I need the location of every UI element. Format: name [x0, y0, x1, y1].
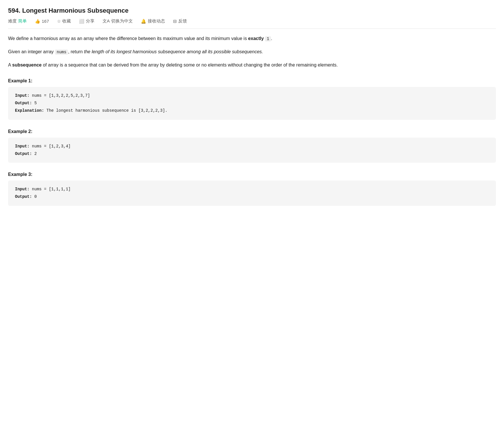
description-para2: Given an integer array nums, return the … [8, 48, 496, 56]
likes-count: 167 [42, 19, 49, 24]
examples-container: Example 1:Input: nums = [1,3,2,2,5,2,3,7… [8, 78, 496, 206]
bell-icon: 🔔 [141, 19, 146, 24]
input-label: Input: [15, 93, 29, 98]
notify-label: 接收动态 [148, 18, 165, 24]
difficulty-item: 难度 简单 [8, 18, 27, 24]
translate-icon: 文A [103, 18, 110, 24]
example-3-title: Example 3: [8, 172, 496, 177]
example-3-code-block: Input: nums = [1,1,1,1]Output: 0 [8, 181, 496, 206]
example-1-code-block: Input: nums = [1,3,2,2,5,2,3,7]Output: 5… [8, 87, 496, 120]
example-1-title: Example 1: [8, 78, 496, 83]
subsequence-bold: subsequence [12, 62, 41, 67]
example-2-code-block: Input: nums = [1,2,3,4]Output: 2 [8, 138, 496, 163]
output-label: Output: [15, 194, 32, 199]
translate-button[interactable]: 文A 切换为中文 [103, 18, 133, 24]
difficulty-label: 难度 [8, 18, 17, 24]
toolbar: 难度 简单 👍 167 ☆ 收藏 ⬜ 分享 文A 切换为中文 🔔 接收动态 ⊟ … [8, 18, 496, 24]
share-label: 分享 [86, 18, 94, 24]
thumbs-up-icon: 👍 [35, 19, 40, 24]
description-italic: the length of its longest harmonious sub… [84, 49, 263, 54]
star-icon: ☆ [57, 19, 61, 24]
collect-label: 收藏 [62, 18, 71, 24]
notify-button[interactable]: 🔔 接收动态 [141, 18, 165, 24]
output-label: Output: [15, 151, 32, 156]
likes-button[interactable]: 👍 167 [35, 19, 49, 24]
toolbar-divider [8, 29, 496, 29]
example-3-input: Input: nums = [1,1,1,1] [15, 186, 489, 193]
difficulty-value: 简单 [18, 18, 27, 24]
feedback-icon: ⊟ [173, 19, 177, 24]
share-icon: ⬜ [79, 19, 84, 24]
problem-description: We define a harmonious array as an array… [8, 35, 496, 69]
share-button[interactable]: ⬜ 分享 [79, 18, 94, 24]
input-label: Input: [15, 144, 29, 149]
feedback-button[interactable]: ⊟ 反馈 [173, 18, 187, 24]
description-para3: A subsequence of array is a sequence tha… [8, 61, 496, 69]
output-label: Output: [15, 101, 32, 105]
number-one-code: 1 [265, 36, 271, 41]
explanation-label: Explanation: [15, 108, 44, 113]
nums-code: nums [55, 50, 68, 55]
input-label: Input: [15, 187, 29, 191]
description-para1: We define a harmonious array as an array… [8, 35, 496, 43]
example-1-input: Input: nums = [1,3,2,2,5,2,3,7] [15, 92, 489, 100]
example-3-output: Output: 0 [15, 193, 489, 201]
example-1-output: Output: 5 [15, 100, 489, 107]
example-2-input: Input: nums = [1,2,3,4] [15, 143, 489, 150]
translate-label: 切换为中文 [111, 18, 133, 24]
example-1-explanation: Explanation: The longest harmonious subs… [15, 107, 489, 115]
problem-title: 594. Longest Harmonious Subsequence [8, 7, 496, 14]
feedback-label: 反馈 [178, 18, 187, 24]
example-2-output: Output: 2 [15, 150, 489, 158]
example-2-title: Example 2: [8, 129, 496, 134]
collect-button[interactable]: ☆ 收藏 [57, 18, 71, 24]
exactly-bold: exactly [248, 36, 264, 41]
